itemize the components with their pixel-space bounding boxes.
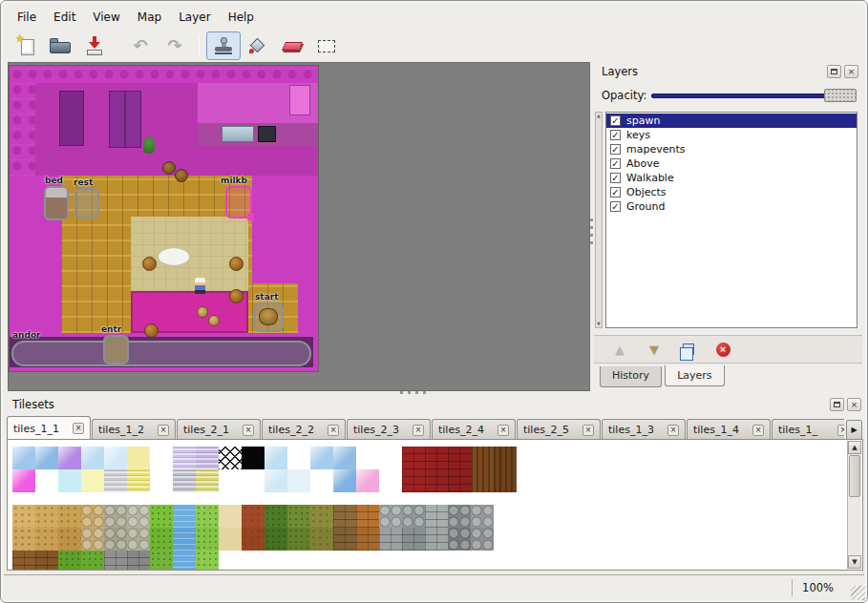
tileset-tile[interactable]	[150, 505, 173, 528]
tileset-tile[interactable]	[379, 551, 402, 571]
map-object-milkb-selected[interactable]	[225, 186, 252, 218]
tileset-tile[interactable]	[173, 447, 196, 469]
tileset-tab[interactable]: tiles_1_1 ×	[7, 416, 91, 440]
tileset-tab[interactable]: tiles_1_3 ×	[602, 419, 686, 440]
tileset-tile[interactable]	[81, 551, 104, 571]
resize-grip[interactable]	[851, 586, 865, 600]
tileset-tile[interactable]	[81, 528, 104, 551]
layer-row-spawn[interactable]: ✓ spawn	[606, 114, 857, 128]
tileset-tile[interactable]	[104, 505, 127, 528]
lower-layer-button[interactable]: ▼	[644, 339, 665, 360]
scroll-up-button[interactable]: ▲	[848, 441, 861, 454]
tileset-tile[interactable]	[35, 447, 58, 469]
eraser-button[interactable]	[275, 31, 309, 60]
layer-row-objects[interactable]: ✓ Objects	[606, 185, 857, 199]
close-tab-button[interactable]: ×	[243, 425, 254, 436]
tileset-tile[interactable]	[104, 469, 127, 492]
close-tab-button[interactable]: ×	[752, 425, 764, 436]
tileset-tile[interactable]	[402, 551, 425, 571]
tileset-tile[interactable]	[265, 551, 287, 571]
tileset-tile[interactable]	[265, 447, 287, 469]
tileset-tile[interactable]	[356, 447, 379, 469]
tileset-tile[interactable]	[448, 469, 471, 492]
tab-layers[interactable]: Layers	[665, 365, 724, 386]
map-object-rest[interactable]	[74, 188, 99, 218]
tileset-tile[interactable]	[173, 469, 196, 492]
close-tab-button[interactable]: ×	[413, 425, 424, 436]
tileset-tile[interactable]	[242, 505, 265, 528]
tileset-tile[interactable]	[196, 469, 219, 492]
tileset-tab[interactable]: tiles_1_4 ×	[687, 419, 771, 440]
tileset-tile[interactable]	[356, 469, 379, 492]
close-tab-button[interactable]: ×	[328, 425, 339, 436]
close-tab-button[interactable]: ×	[837, 425, 844, 436]
map-object-bed[interactable]	[44, 186, 69, 220]
tileset-tile[interactable]	[287, 528, 310, 551]
save-button[interactable]	[77, 31, 112, 60]
menu-map[interactable]: Map	[129, 9, 170, 26]
tileset-tile[interactable]	[196, 505, 219, 528]
tileset-tab[interactable]: tiles_2_1 ×	[177, 419, 261, 440]
vertical-splitter-handle[interactable]	[590, 216, 593, 244]
layer-row-above[interactable]: ✓ Above	[606, 156, 857, 171]
tileset-tile[interactable]	[310, 447, 333, 469]
tileset-tile[interactable]	[448, 505, 471, 528]
tileset-tab[interactable]: tiles_1_ ×	[772, 419, 844, 440]
tileset-tile[interactable]	[127, 447, 150, 469]
rect-select-button[interactable]	[309, 31, 344, 60]
tileset-tile[interactable]	[356, 528, 379, 551]
close-dock-button[interactable]: ×	[847, 398, 861, 411]
tileset-tab[interactable]: tiles_2_4 ×	[432, 419, 516, 440]
layer-row-mapevents[interactable]: ✓ mapevents	[606, 142, 857, 156]
tileset-tile[interactable]	[35, 551, 58, 571]
tileset-scrollbar[interactable]: ▲ ▼	[847, 441, 861, 569]
map-canvas[interactable]: bed rest milkb start entr andor	[10, 66, 318, 371]
tileset-tile[interactable]	[356, 505, 379, 528]
raise-layer-button[interactable]: ▲	[609, 339, 630, 360]
layer-visibility-checkbox[interactable]: ✓	[610, 158, 621, 169]
menu-view[interactable]: View	[84, 9, 128, 26]
tileset-tile[interactable]	[310, 551, 333, 571]
tileset-tile[interactable]	[242, 528, 265, 551]
tileset-tile[interactable]	[12, 551, 35, 571]
tileset-tile[interactable]	[58, 447, 81, 469]
tab-history[interactable]: History	[600, 366, 662, 387]
layer-visibility-checkbox[interactable]: ✓	[610, 130, 621, 140]
tileset-tile[interactable]	[494, 469, 517, 492]
tileset-tile[interactable]	[333, 469, 356, 492]
menu-layer[interactable]: Layer	[170, 9, 219, 26]
tileset-tile[interactable]	[35, 528, 58, 551]
layer-row-walkable[interactable]: ✓ Walkable	[606, 171, 857, 185]
tileset-tile[interactable]	[425, 505, 448, 528]
opacity-slider[interactable]	[651, 89, 857, 102]
tileset-tile[interactable]	[310, 528, 333, 551]
layer-visibility-checkbox[interactable]: ✓	[610, 187, 621, 198]
tileset-tile[interactable]	[35, 505, 58, 528]
tileset-tile[interactable]	[173, 505, 196, 528]
map-object-start[interactable]	[254, 302, 284, 332]
tileset-tile[interactable]	[58, 469, 81, 492]
tileset-tile[interactable]	[333, 447, 356, 469]
layers-scrollbar[interactable]: ▲ ▼	[595, 112, 603, 328]
duplicate-layer-button[interactable]	[678, 339, 699, 360]
tileset-tile[interactable]	[150, 551, 173, 571]
tileset-tile[interactable]	[448, 528, 471, 551]
tileset-tile[interactable]	[402, 528, 425, 551]
tileset-tile[interactable]	[471, 469, 494, 492]
tileset-tile[interactable]	[471, 551, 494, 571]
new-file-button[interactable]: ★	[9, 31, 43, 60]
tileset-tile[interactable]	[12, 528, 35, 551]
menu-file[interactable]: File	[9, 9, 45, 26]
undo-button[interactable]: ↶	[123, 31, 158, 60]
tileset-tile[interactable]	[219, 505, 242, 528]
map-object-entr[interactable]	[103, 335, 129, 364]
tileset-tab[interactable]: tiles_2_3 ×	[347, 419, 431, 440]
tileset-tile[interactable]	[265, 528, 287, 551]
layer-visibility-checkbox[interactable]: ✓	[610, 144, 621, 155]
tileset-tile[interactable]	[173, 528, 196, 551]
tileset-tile[interactable]	[379, 469, 402, 492]
tileset-tile[interactable]	[471, 447, 494, 469]
tileset-tile[interactable]	[104, 528, 127, 551]
tileset-tile[interactable]	[196, 447, 219, 469]
stamp-brush-button[interactable]	[206, 31, 241, 60]
